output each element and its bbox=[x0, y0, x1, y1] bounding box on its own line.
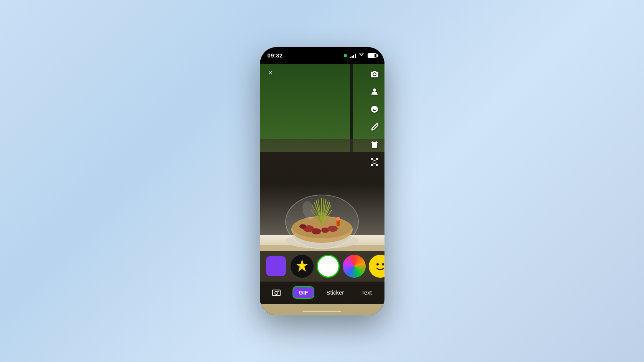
green-dot bbox=[344, 54, 347, 57]
camera-button[interactable] bbox=[368, 67, 381, 81]
sticker-tab[interactable]: Sticker bbox=[321, 287, 349, 298]
signal-bars bbox=[350, 53, 356, 58]
svg-point-8 bbox=[299, 224, 306, 229]
text-label: Text bbox=[361, 289, 372, 296]
photo-tab[interactable] bbox=[267, 287, 286, 299]
body-scan-button[interactable] bbox=[368, 155, 381, 169]
svg-point-32 bbox=[373, 259, 384, 274]
bottom-toolbar: GIF Sticker Text bbox=[260, 282, 384, 304]
sticker-label: Sticker bbox=[326, 289, 344, 296]
home-indicator bbox=[303, 311, 341, 312]
battery-icon bbox=[368, 53, 377, 58]
battery-fill bbox=[368, 54, 375, 57]
gif-tab[interactable]: GIF bbox=[292, 286, 314, 299]
window-frame bbox=[350, 64, 353, 152]
svg-point-5 bbox=[312, 228, 321, 234]
brush-button[interactable] bbox=[368, 120, 381, 134]
wifi-icon bbox=[359, 52, 364, 58]
svg-point-7 bbox=[328, 226, 338, 232]
face-ar-button[interactable] bbox=[368, 102, 381, 116]
svg-rect-25 bbox=[371, 159, 373, 160]
svg-rect-27 bbox=[371, 164, 373, 165]
purple-square-sticker[interactable] bbox=[264, 255, 288, 278]
scene-bg bbox=[260, 64, 384, 152]
person-button[interactable] bbox=[368, 85, 381, 98]
color-swirl-sticker[interactable] bbox=[343, 255, 366, 278]
svg-point-34 bbox=[382, 263, 384, 265]
photo-icon bbox=[272, 289, 281, 296]
status-bar: 09:32 bbox=[260, 47, 384, 64]
status-time: 09:32 bbox=[268, 52, 283, 59]
svg-point-24 bbox=[373, 88, 376, 92]
shirt-button[interactable] bbox=[368, 138, 381, 151]
svg-rect-10 bbox=[337, 220, 340, 226]
sticker-strip bbox=[260, 251, 384, 282]
close-button[interactable]: × bbox=[264, 67, 277, 79]
smiley-sticker[interactable] bbox=[369, 255, 384, 278]
main-content: × bbox=[260, 64, 384, 315]
status-right bbox=[344, 52, 377, 58]
phone-frame: 09:32 bbox=[260, 47, 384, 315]
svg-point-6 bbox=[321, 228, 329, 233]
svg-point-11 bbox=[336, 217, 340, 221]
svg-point-31 bbox=[301, 265, 304, 268]
star-burst-sticker[interactable] bbox=[291, 255, 314, 278]
svg-point-36 bbox=[275, 291, 278, 294]
svg-rect-28 bbox=[376, 164, 378, 165]
svg-point-29 bbox=[373, 161, 376, 164]
text-tab[interactable]: Text bbox=[356, 287, 377, 298]
svg-point-37 bbox=[278, 290, 279, 292]
white-circle-sticker[interactable] bbox=[317, 255, 340, 278]
terrarium-bowl bbox=[280, 183, 364, 252]
gif-label: GIF bbox=[299, 289, 308, 296]
svg-point-33 bbox=[376, 263, 379, 265]
svg-rect-26 bbox=[376, 159, 378, 160]
right-toolbar bbox=[368, 67, 381, 169]
